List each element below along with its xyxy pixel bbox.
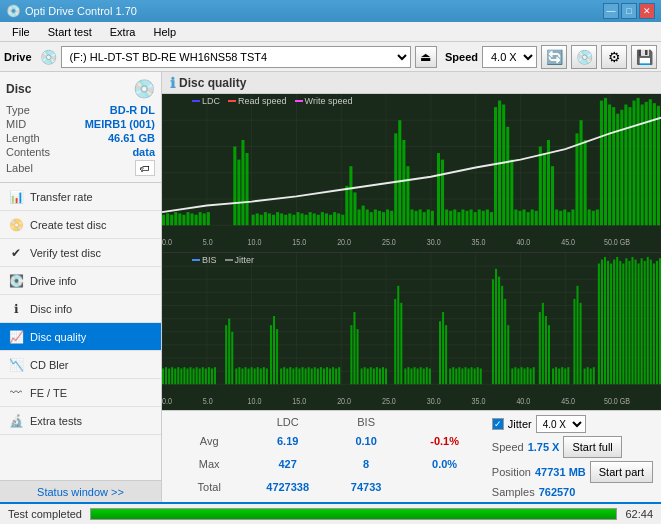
svg-rect-22 — [178, 213, 181, 225]
svg-rect-306 — [644, 260, 646, 383]
stats-row-total: Total 4727338 74733 — [170, 475, 484, 498]
speed-select[interactable]: 4.0 X MAX 1.0 X 2.0 X 6.0 X 8.0 X — [482, 46, 537, 68]
svg-rect-90 — [482, 211, 485, 225]
svg-rect-47 — [305, 215, 308, 226]
sidebar-item-create-test-disc[interactable]: 📀 Create test disc — [0, 211, 161, 239]
svg-rect-252 — [458, 367, 460, 384]
svg-rect-256 — [471, 367, 473, 384]
svg-rect-49 — [313, 213, 316, 225]
svg-rect-80 — [441, 160, 444, 226]
svg-rect-117 — [592, 211, 595, 225]
sidebar-item-fe-te[interactable]: 〰 FE / TE — [0, 379, 161, 407]
close-button[interactable]: ✕ — [639, 3, 655, 19]
svg-rect-180 — [202, 367, 204, 384]
svg-rect-66 — [382, 212, 385, 225]
svg-rect-260 — [492, 279, 494, 384]
svg-rect-245 — [429, 368, 431, 384]
svg-rect-65 — [378, 211, 381, 225]
settings-button[interactable]: ⚙ — [601, 45, 627, 69]
samples-val: 762570 — [539, 486, 576, 498]
eject-button[interactable]: ⏏ — [415, 46, 437, 68]
sidebar-item-transfer-rate[interactable]: 📊 Transfer rate — [0, 183, 161, 211]
sidebar-item-drive-info[interactable]: 💽 Drive info — [0, 267, 161, 295]
start-full-button[interactable]: Start full — [563, 436, 621, 458]
svg-rect-91 — [486, 210, 489, 226]
svg-rect-56 — [341, 215, 344, 226]
svg-rect-130 — [645, 102, 648, 225]
svg-rect-52 — [325, 213, 328, 225]
sidebar-item-disc-quality[interactable]: 📈 Disc quality — [0, 323, 161, 351]
sidebar-item-extra-tests[interactable]: 🔬 Extra tests — [0, 407, 161, 435]
svg-rect-190 — [241, 368, 243, 384]
svg-rect-69 — [394, 133, 397, 225]
jitter-speed-select[interactable]: 4.0 X — [536, 415, 586, 433]
svg-rect-244 — [426, 367, 428, 384]
svg-rect-202 — [280, 368, 282, 384]
sidebar-item-verify-test-disc[interactable]: ✔ Verify test disc — [0, 239, 161, 267]
svg-rect-131 — [649, 99, 652, 225]
save-button[interactable]: 💾 — [631, 45, 657, 69]
svg-rect-225 — [361, 368, 363, 384]
svg-rect-53 — [329, 215, 332, 226]
svg-rect-266 — [511, 368, 513, 384]
sidebar-item-disc-info[interactable]: ℹ Disc info — [0, 295, 161, 323]
status-window-link[interactable]: Status window >> — [0, 480, 161, 502]
disc-panel: Disc 💿 Type BD-R DL MID MEIRB1 (001) Len… — [0, 72, 161, 183]
svg-rect-32 — [241, 140, 244, 225]
svg-rect-64 — [374, 210, 377, 226]
svg-rect-287 — [584, 368, 586, 384]
stats-total-bis: 74733 — [327, 475, 405, 498]
svg-text:40.0: 40.0 — [516, 237, 530, 247]
jitter-checkbox[interactable]: ✓ — [492, 418, 504, 430]
svg-rect-309 — [653, 263, 655, 384]
disc-button[interactable]: 💿 — [571, 45, 597, 69]
title-bar: 💿 Opti Drive Control 1.70 — □ ✕ — [0, 0, 661, 22]
menu-extra[interactable]: Extra — [102, 24, 144, 40]
svg-rect-199 — [270, 325, 272, 384]
svg-rect-84 — [457, 212, 460, 225]
svg-rect-187 — [231, 331, 233, 384]
svg-rect-272 — [530, 368, 532, 384]
refresh-button[interactable]: 🔄 — [541, 45, 567, 69]
ldc-legend-ldc: LDC — [192, 96, 220, 106]
svg-rect-247 — [442, 312, 444, 384]
disc-label-icon: 🏷 — [135, 160, 155, 176]
svg-rect-21 — [174, 212, 177, 225]
start-part-button[interactable]: Start part — [590, 461, 653, 483]
svg-rect-18 — [162, 215, 165, 226]
drive-select[interactable]: (F:) HL-DT-ST BD-RE WH16NS58 TST4 — [61, 46, 411, 68]
svg-text:30.0: 30.0 — [427, 396, 441, 406]
stats-max-label: Max — [170, 452, 248, 475]
svg-rect-227 — [367, 368, 369, 384]
svg-text:20.0: 20.0 — [337, 237, 351, 247]
menu-file[interactable]: File — [4, 24, 38, 40]
samples-key: Samples — [492, 486, 535, 498]
svg-text:25.0: 25.0 — [382, 237, 396, 247]
svg-rect-211 — [308, 367, 310, 384]
disc-label-key: Label — [6, 162, 33, 174]
disc-contents-key: Contents — [6, 146, 50, 158]
sidebar-item-cd-bler[interactable]: 📉 CD Bler — [0, 351, 161, 379]
svg-rect-195 — [257, 367, 259, 384]
svg-rect-61 — [362, 206, 365, 226]
menu-help[interactable]: Help — [145, 24, 184, 40]
stats-avg-label: Avg — [170, 429, 248, 452]
menu-start-test[interactable]: Start test — [40, 24, 100, 40]
svg-rect-291 — [598, 263, 600, 384]
disc-quality-header: ℹ Disc quality — [162, 72, 661, 94]
speed-row: Speed 1.75 X Start full — [492, 436, 653, 458]
svg-rect-62 — [366, 210, 369, 226]
bis-label: BIS — [202, 255, 217, 265]
svg-rect-124 — [620, 110, 623, 226]
svg-rect-98 — [514, 210, 517, 226]
maximize-button[interactable]: □ — [621, 3, 637, 19]
app-icon: 💿 — [6, 4, 21, 18]
drive-toolbar: Drive 💿 (F:) HL-DT-ST BD-RE WH16NS58 TST… — [0, 42, 661, 72]
stats-total-label: Total — [170, 475, 248, 498]
bis-dot — [192, 259, 200, 261]
progress-bar — [90, 508, 617, 520]
minimize-button[interactable]: — — [603, 3, 619, 19]
svg-rect-267 — [514, 367, 516, 384]
disc-mid-value: MEIRB1 (001) — [85, 118, 155, 130]
stats-row-max: Max 427 8 0.0% — [170, 452, 484, 475]
